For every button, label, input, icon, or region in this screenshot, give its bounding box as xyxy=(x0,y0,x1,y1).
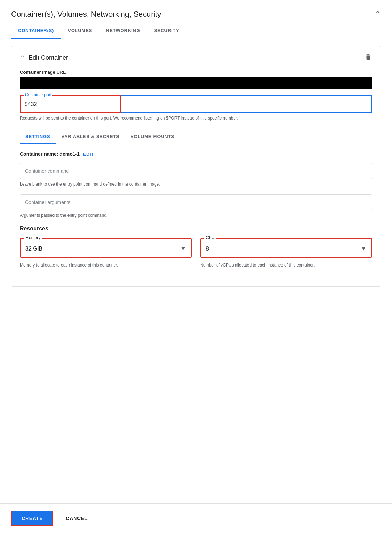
inner-tabs: SETTINGS VARIABLES & SECRETS VOLUME MOUN… xyxy=(20,130,372,144)
edit-container-title: Edit Container xyxy=(28,54,68,62)
container-name-row: Container name: demo1-1 EDIT xyxy=(20,151,372,157)
memory-select-inner[interactable]: 32 GiB ▼ xyxy=(21,239,191,257)
create-button[interactable]: CREATE xyxy=(11,511,53,526)
container-image-url-label: Container image URL xyxy=(20,69,372,75)
memory-dropdown-arrow: ▼ xyxy=(180,245,186,252)
delete-icon[interactable] xyxy=(365,53,372,63)
port-value[interactable]: 5432 xyxy=(25,101,37,107)
tab-networking[interactable]: NETWORKING xyxy=(99,23,147,39)
collapse-section-icon[interactable]: ⌃ xyxy=(20,54,25,62)
edit-container-card: ⌃ Edit Container Container image URL Con… xyxy=(11,46,381,287)
cpu-select[interactable]: CPU 8 ▼ xyxy=(200,238,372,258)
tab-settings[interactable]: SETTINGS xyxy=(20,130,56,144)
cpu-dropdown-arrow: ▼ xyxy=(360,245,367,252)
container-arguments-hint: Arguments passed to the entry point comm… xyxy=(20,212,372,219)
bottom-bar: CREATE CANCEL xyxy=(0,503,392,533)
port-right-box[interactable] xyxy=(121,95,372,113)
edit-container-title-row: ⌃ Edit Container xyxy=(20,54,68,62)
memory-select[interactable]: Memory 32 GiB ▼ xyxy=(20,238,192,258)
cpu-value: 8 xyxy=(206,246,209,252)
port-hint: Requests will be sent to the container o… xyxy=(20,115,372,121)
main-content: ⌃ Edit Container Container image URL Con… xyxy=(0,39,392,294)
port-input-box: Container port 5432 xyxy=(20,95,121,113)
container-command-input[interactable] xyxy=(20,163,372,179)
edit-container-name-link[interactable]: EDIT xyxy=(83,151,94,157)
memory-label: Memory xyxy=(24,235,42,240)
container-name-label: Container name: demo1-1 xyxy=(20,151,80,157)
container-arguments-input[interactable] xyxy=(20,194,372,210)
memory-value: 32 GiB xyxy=(25,246,42,252)
memory-hint: Memory to allocate to each instance of t… xyxy=(20,262,192,268)
container-image-url-bar xyxy=(20,77,372,89)
cpu-label: CPU xyxy=(204,235,216,240)
port-row: Container port 5432 xyxy=(20,95,372,113)
page-title: Container(s), Volumes, Networking, Secur… xyxy=(11,10,161,19)
cancel-button[interactable]: CANCEL xyxy=(60,511,93,525)
tab-variables[interactable]: VARIABLES & SECRETS xyxy=(56,130,125,144)
tab-volumes[interactable]: VOLUMES xyxy=(61,23,99,39)
top-tabs: CONTAINER(S) VOLUMES NETWORKING SECURITY xyxy=(0,23,392,39)
cpu-select-inner[interactable]: 8 ▼ xyxy=(201,239,371,257)
port-float-label: Container port xyxy=(24,92,52,97)
resources-title: Resources xyxy=(20,226,372,232)
tab-containers[interactable]: CONTAINER(S) xyxy=(11,23,61,39)
tab-security[interactable]: SECURITY xyxy=(147,23,186,39)
edit-container-header: ⌃ Edit Container xyxy=(20,53,372,63)
resource-hints-row: Memory to allocate to each instance of t… xyxy=(20,262,372,277)
page-header: Container(s), Volumes, Networking, Secur… xyxy=(0,0,392,19)
collapse-icon[interactable]: ⌃ xyxy=(375,10,381,19)
tab-volume-mounts[interactable]: VOLUME MOUNTS xyxy=(125,130,180,144)
cpu-hint: Number of vCPUs allocated to each instan… xyxy=(200,262,372,268)
container-command-hint: Leave blank to use the entry point comma… xyxy=(20,181,372,187)
resources-row: Memory 32 GiB ▼ CPU 8 ▼ xyxy=(20,238,372,258)
